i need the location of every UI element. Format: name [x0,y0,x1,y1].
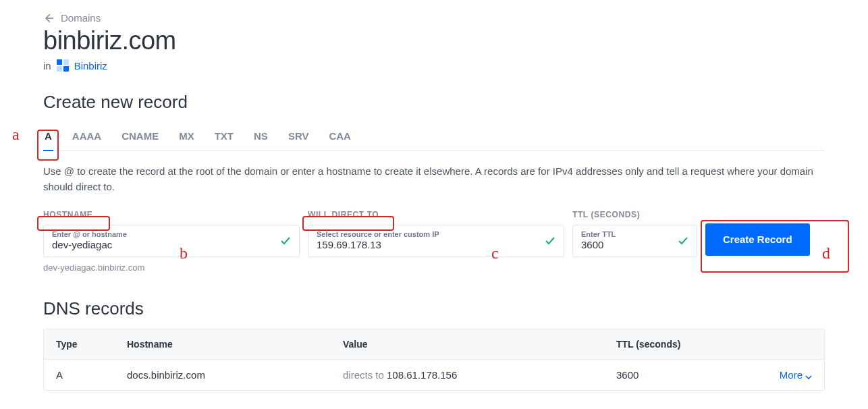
directto-label: WILL DIRECT TO [308,210,564,219]
cell-value-ip: 108.61.178.156 [387,369,457,381]
project-icon [57,59,69,72]
col-host: Hostname [127,339,343,350]
col-ttl: TTL (seconds) [616,339,765,350]
tab-aaaa[interactable]: AAAA [71,125,103,151]
arrow-left-icon [43,13,54,24]
record-type-tabs: A AAAA CNAME MX TXT NS SRV CAA [43,125,825,151]
directto-inner-label: Select resource or enter custom IP [317,230,537,238]
cell-type: A [56,369,127,381]
chevron-down-icon [805,371,812,378]
tab-txt[interactable]: TXT [213,125,235,151]
tab-mx[interactable]: MX [178,125,196,151]
dns-records-table: Type Hostname Value TTL (seconds) A docs… [43,329,825,391]
tab-caa[interactable]: CAA [327,125,352,151]
tab-ns[interactable]: NS [252,125,269,151]
project-row: in Binbiriz [43,59,825,72]
back-label: Domains [61,12,101,24]
hostname-input[interactable] [52,239,272,250]
directto-input-container[interactable]: Select resource or enter custom IP [308,225,564,257]
project-link[interactable]: Binbiriz [74,60,107,72]
col-value: Value [343,339,616,350]
check-icon [677,235,689,247]
ttl-label: TTL (SECONDS) [572,210,697,219]
table-header-row: Type Hostname Value TTL (seconds) [44,329,824,359]
table-row: A docs.binbiriz.com directs to 108.61.17… [44,359,824,390]
col-type: Type [56,339,127,350]
ttl-inner-label: Enter TTL [581,230,670,238]
tab-a[interactable]: A [43,125,53,151]
hostname-label: HOSTNAME [43,210,300,219]
cell-value: directs to 108.61.178.156 [343,369,616,381]
hostname-inner-label: Enter @ or hostname [52,230,272,238]
hostname-input-container[interactable]: Enter @ or hostname [43,225,300,257]
cell-ttl: 3600 [616,369,765,381]
page-title: binbiriz.com [43,26,825,55]
tab-srv[interactable]: SRV [287,125,310,151]
row-more-menu[interactable]: More [765,369,812,381]
check-icon [544,235,556,247]
directto-input[interactable] [317,239,537,250]
more-label: More [780,369,803,381]
dns-records-heading: DNS records [43,298,825,319]
tab-cname[interactable]: CNAME [120,125,160,151]
cell-value-prefix: directs to [343,369,387,381]
hostname-hint: dev-yediagac.binbiriz.com [43,263,300,273]
back-to-domains-link[interactable]: Domains [43,12,825,24]
cell-host: docs.binbiriz.com [127,369,343,381]
project-prefix: in [43,60,51,72]
record-type-description: Use @ to create the record at the root o… [43,163,825,195]
create-record-button[interactable]: Create Record [705,223,810,256]
create-record-heading: Create new record [43,92,825,113]
check-icon [279,235,292,247]
ttl-input[interactable] [581,239,670,250]
